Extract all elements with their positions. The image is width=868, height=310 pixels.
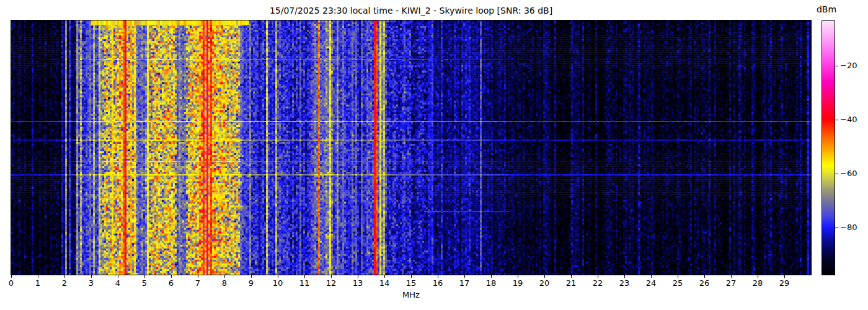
x-tick-label: 7 xyxy=(187,278,208,288)
x-tick-label: 10 xyxy=(267,278,288,288)
x-tick-mark xyxy=(224,275,225,278)
x-tick-label: 29 xyxy=(774,278,795,288)
x-tick-mark xyxy=(651,275,652,278)
colorbar-tick-label: −20 xyxy=(840,61,865,71)
colorbar-tick-mark xyxy=(835,174,838,174)
x-tick-mark xyxy=(11,275,12,278)
x-tick-mark xyxy=(358,275,358,278)
x-tick-mark xyxy=(598,275,598,278)
colorbar-tick-label: −80 xyxy=(840,223,865,232)
x-tick-mark xyxy=(118,275,118,278)
x-tick-label: 13 xyxy=(347,278,368,288)
x-tick-label: 6 xyxy=(161,278,182,288)
x-tick-mark xyxy=(411,275,412,278)
colorbar-unit-label: dBm xyxy=(811,4,842,14)
x-tick-label: 18 xyxy=(480,278,502,288)
x-tick-mark xyxy=(784,275,785,278)
x-tick-label: 16 xyxy=(427,278,448,288)
x-tick-label: 9 xyxy=(241,278,262,288)
colorbar-tick-label: −60 xyxy=(840,169,865,179)
colorbar-tick-label: −40 xyxy=(840,115,865,125)
x-tick-mark xyxy=(491,275,492,278)
x-tick-mark xyxy=(518,275,518,278)
x-tick-label: 24 xyxy=(640,278,662,288)
x-tick-mark xyxy=(571,275,572,278)
spectrogram-figure: 15/07/2025 23:30 local time - KIWI_2 - S… xyxy=(0,0,868,310)
x-tick-label: 19 xyxy=(507,278,528,288)
x-axis-label: MHz xyxy=(11,290,811,299)
x-tick-mark xyxy=(544,275,545,278)
x-tick-label: 23 xyxy=(614,278,635,288)
x-tick-mark xyxy=(198,275,198,278)
x-tick-mark xyxy=(438,275,438,278)
colorbar xyxy=(822,20,835,275)
colorbar-gradient-canvas xyxy=(822,21,835,275)
x-tick-label: 26 xyxy=(694,278,715,288)
x-tick-mark xyxy=(624,275,625,278)
x-tick-mark xyxy=(731,275,732,278)
x-tick-mark xyxy=(64,275,65,278)
waterfall-canvas xyxy=(11,20,811,275)
x-tick-mark xyxy=(38,275,38,278)
x-tick-label: 3 xyxy=(81,278,102,288)
x-tick-label: 20 xyxy=(534,278,555,288)
x-tick-mark xyxy=(91,275,92,278)
colorbar-tick-mark xyxy=(835,228,838,228)
x-tick-mark xyxy=(144,275,145,278)
x-tick-mark xyxy=(464,275,465,278)
x-tick-label: 21 xyxy=(560,278,582,288)
x-tick-label: 28 xyxy=(747,278,768,288)
x-tick-label: 0 xyxy=(1,278,22,288)
x-tick-mark xyxy=(678,275,678,278)
x-tick-mark xyxy=(278,275,278,278)
x-tick-label: 1 xyxy=(27,278,48,288)
x-tick-label: 25 xyxy=(667,278,688,288)
colorbar-tick-mark xyxy=(835,66,838,66)
x-tick-label: 22 xyxy=(587,278,608,288)
x-tick-label: 15 xyxy=(401,278,422,288)
x-tick-label: 8 xyxy=(214,278,235,288)
x-tick-label: 4 xyxy=(107,278,128,288)
x-tick-label: 11 xyxy=(294,278,315,288)
x-tick-label: 2 xyxy=(54,278,75,288)
x-tick-label: 14 xyxy=(374,278,395,288)
figure-title: 15/07/2025 23:30 local time - KIWI_2 - S… xyxy=(11,6,811,16)
x-tick-mark xyxy=(304,275,305,278)
x-tick-mark xyxy=(331,275,332,278)
x-tick-mark xyxy=(758,275,758,278)
x-tick-label: 12 xyxy=(321,278,342,288)
x-tick-mark xyxy=(251,275,252,278)
x-tick-label: 5 xyxy=(134,278,155,288)
x-tick-label: 27 xyxy=(720,278,742,288)
x-tick-mark xyxy=(704,275,705,278)
x-tick-label: 17 xyxy=(454,278,475,288)
x-tick-mark xyxy=(171,275,172,278)
waterfall-plot xyxy=(11,20,812,275)
colorbar-tick-mark xyxy=(835,120,838,120)
x-tick-mark xyxy=(384,275,385,278)
